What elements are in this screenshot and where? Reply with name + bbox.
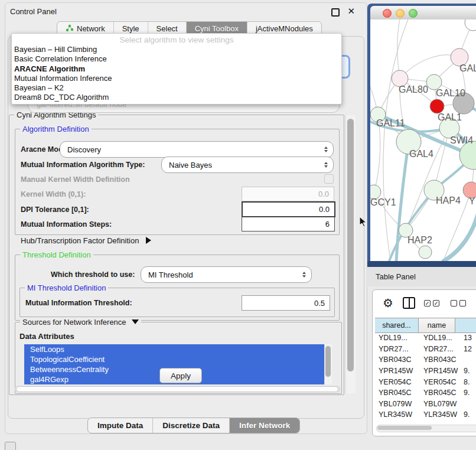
table-cell: YLR345W xyxy=(422,410,460,419)
algorithm-definition-legend: Algorithm Definition xyxy=(20,125,92,133)
which-threshold-label: Which threshold to use: xyxy=(51,270,135,279)
control-panel-window: Control Panel ✕ Network Style Select Cyn… xyxy=(5,2,367,434)
table-row[interactable]: YPR145WYPR145W9. xyxy=(375,366,476,377)
table-row[interactable]: YBR043CYBR043C xyxy=(375,354,476,366)
hub-definition-toggle[interactable]: Hub/Transcription Factor Definition xyxy=(21,236,151,245)
sources-hscrollbar-thumb[interactable] xyxy=(16,386,338,392)
network-canvas[interactable]: GALGAL80GAL10GAL1GAL11SWI4GAL4GCY1HAP4YH… xyxy=(370,19,476,261)
node-label: GAL80 xyxy=(399,84,428,94)
table-cell: YBR045C xyxy=(375,389,422,397)
table-cell: YBR043C xyxy=(422,356,460,364)
table-cell: YBL079W xyxy=(422,400,460,408)
table-cell: YER054C xyxy=(375,378,422,386)
algorithm-option[interactable]: Dream8 DC_TDC Algorithm xyxy=(14,93,341,102)
minimize-traffic-light[interactable] xyxy=(396,9,405,18)
table-panel-title: Table Panel xyxy=(376,272,416,281)
table-rows: YDL19...YDL19...13YDR27...YDR27...12YBR0… xyxy=(375,332,476,423)
dpi-tolerance-label: DPI Tolerance [0,1]: xyxy=(21,206,89,214)
spinner-arrows-icon xyxy=(324,146,328,153)
node-label: GCY1 xyxy=(370,197,396,207)
algorithm-option-selected[interactable]: ARACNE Algorithm xyxy=(14,64,341,74)
table-panel-window: ⚙ ✓✓ shared... name YDL19...YDL19...13YD… xyxy=(372,289,476,436)
column-header-shared[interactable]: shared... xyxy=(375,318,419,332)
column-layout-icon[interactable] xyxy=(403,297,415,309)
table-hscrollbar-thumb[interactable] xyxy=(377,426,432,430)
which-threshold-value: MI Threshold xyxy=(148,270,193,279)
tab-label: Network xyxy=(77,24,105,33)
attributes-scrollbar[interactable] xyxy=(324,344,332,384)
mi-steps-value: 6 xyxy=(325,220,330,229)
algorithm-option[interactable]: Bayesian – Hill Climbing xyxy=(14,45,341,54)
table-row[interactable]: YBR045CYBR045C9. xyxy=(375,387,476,399)
table-row[interactable]: YER054CYER054C8. xyxy=(375,376,476,387)
table-row[interactable]: YBL079WYBL079W xyxy=(375,399,476,410)
network-node[interactable] xyxy=(465,19,476,31)
network-node[interactable] xyxy=(419,246,432,259)
network-icon xyxy=(66,24,73,34)
algorithm-list: Bayesian – Hill Climbing Basic Correlati… xyxy=(12,45,341,103)
attribute-item-selected[interactable]: SelfLoops xyxy=(24,344,324,354)
tab-impute-data[interactable]: Impute Data xyxy=(88,418,152,433)
table-header-row: shared... name xyxy=(375,318,476,333)
which-threshold-combo[interactable]: MI Threshold xyxy=(141,266,312,283)
expand-right-icon xyxy=(146,237,151,244)
table-cell: YBR045C xyxy=(422,389,460,397)
control-panel-titlebar[interactable]: Control Panel ✕ xyxy=(5,3,367,19)
sources-legend[interactable]: Sources for Network Inference xyxy=(20,318,141,327)
close-traffic-light[interactable] xyxy=(383,9,392,18)
table-cell: YLR345W xyxy=(375,410,422,419)
node-label: HAP2 xyxy=(407,235,432,245)
table-hscrollbar[interactable] xyxy=(376,425,476,432)
tab-infer-network[interactable]: Infer Network xyxy=(229,418,299,433)
table-cell: YPR145W xyxy=(422,367,460,375)
table-cell: YBR043C xyxy=(375,356,422,364)
node-label: GAL10 xyxy=(436,88,465,98)
collapsed-panel-button[interactable] xyxy=(5,442,16,450)
node-label: GAL4 xyxy=(409,149,433,159)
attributes-scrollbar-thumb[interactable] xyxy=(325,346,331,377)
select-none-icon[interactable] xyxy=(451,300,468,306)
table-row[interactable]: YDR27...YDR27...12 xyxy=(375,344,476,355)
mi-threshold-input[interactable]: 0.5 xyxy=(242,295,330,311)
table-cell: 8. xyxy=(460,378,470,386)
network-window-titlebar[interactable] xyxy=(370,6,476,20)
algorithm-option[interactable]: Mutual Information Inference xyxy=(14,74,341,83)
spinner-arrows-icon xyxy=(324,162,328,168)
algorithm-option[interactable]: Basic Correlation Inference xyxy=(14,54,341,64)
zoom-traffic-light[interactable] xyxy=(409,9,418,18)
bottom-tabbar: Impute Data Discretize Data Infer Networ… xyxy=(87,418,300,433)
mi-steps-input[interactable]: 6 xyxy=(242,217,335,231)
settings-gear-icon[interactable]: ⚙ xyxy=(383,296,393,310)
node-label: GAL1 xyxy=(438,112,462,122)
table-row[interactable]: YIL052CYIL052C9. xyxy=(375,420,476,423)
apply-button[interactable]: Apply xyxy=(159,368,202,383)
hub-definition-label: Hub/Transcription Factor Definition xyxy=(21,236,139,245)
algorithm-option[interactable]: Bayesian – K2 xyxy=(14,83,341,93)
algorithm-dropdown-popup: Select algorithm to view settings Bayesi… xyxy=(11,33,342,105)
mi-algorithm-type-combo[interactable]: Naive Bayes xyxy=(161,156,334,173)
kernel-width-input[interactable]: 0.0 xyxy=(242,187,334,201)
dpi-tolerance-input[interactable]: 0.0 xyxy=(242,201,335,217)
float-window-icon[interactable] xyxy=(331,8,340,17)
manual-kernel-width-checkbox[interactable] xyxy=(324,174,334,184)
table-row[interactable]: YDL19...YDL19...13 xyxy=(375,332,476,344)
sources-hscrollbar[interactable] xyxy=(15,386,341,393)
tab-discretize-data[interactable]: Discretize Data xyxy=(152,418,229,433)
attribute-item-selected[interactable]: TopologicalCoefficient xyxy=(24,354,324,364)
network-node[interactable] xyxy=(430,99,444,113)
column-header-partial[interactable] xyxy=(455,318,476,332)
settings-scrollbar-thumb[interactable] xyxy=(347,119,354,371)
mi-threshold-definition-legend: MI Threshold Definition xyxy=(25,283,108,292)
table-toolbar: ⚙ ✓✓ xyxy=(373,290,476,316)
node-label: GAL xyxy=(459,63,476,73)
mi-algorithm-type-label: Mutual Information Algorithm Type: xyxy=(21,161,145,169)
collapse-down-icon xyxy=(132,319,139,324)
select-all-checked-icon[interactable]: ✓✓ xyxy=(424,300,442,306)
sources-legend-label: Sources for Network Inference xyxy=(22,318,126,327)
settings-scrollbar[interactable] xyxy=(345,115,356,393)
node-label: SWI4 xyxy=(450,135,473,145)
close-icon[interactable]: ✕ xyxy=(347,6,355,17)
aracne-mode-combo[interactable]: Discovery xyxy=(60,141,334,158)
table-row[interactable]: YLR345WYLR345W9. xyxy=(375,409,476,420)
column-header-name[interactable]: name xyxy=(419,318,455,332)
